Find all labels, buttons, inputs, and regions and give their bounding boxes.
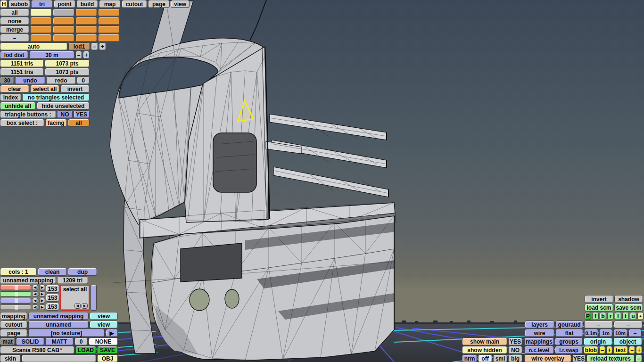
blob-plus-button[interactable]: +: [606, 346, 612, 354]
cols-button[interactable]: cols : 1: [0, 268, 37, 276]
proj-dot-button[interactable]: ●: [637, 312, 644, 320]
object-button[interactable]: object: [613, 337, 642, 346]
channel-left-arrow[interactable]: ◀: [32, 285, 38, 290]
triangle-buttons-yes[interactable]: YES: [74, 110, 90, 118]
subobj-cell[interactable]: [75, 8, 97, 16]
lod-level-button[interactable]: lod1: [68, 42, 90, 50]
channel-right-arrow[interactable]: ▶: [39, 291, 45, 297]
nrm-sml-button[interactable]: sml: [493, 354, 507, 362]
subobj-cell[interactable]: [75, 17, 97, 25]
subobj-none-button[interactable]: none: [0, 17, 29, 25]
subobj-dash-button[interactable]: –: [0, 34, 29, 42]
subobj-cell[interactable]: [53, 17, 74, 25]
invert-normals-button[interactable]: invert: [585, 295, 613, 303]
proj-b-button[interactable]: b: [600, 312, 606, 320]
text-plus-button[interactable]: +: [636, 346, 642, 354]
grid-01m-button[interactable]: 0.1m: [584, 329, 598, 337]
shadow-button[interactable]: shadow: [614, 295, 643, 303]
proj-r-button[interactable]: r: [607, 312, 614, 320]
subobj-cell[interactable]: [98, 8, 120, 16]
select-box-right-arrow[interactable]: ▶: [82, 303, 88, 309]
channel-left-arrow[interactable]: ◀: [32, 304, 38, 310]
mapping-name[interactable]: unnamed mapping: [0, 276, 56, 284]
subobj-cell[interactable]: [30, 17, 52, 25]
subobj-merge-button[interactable]: merge: [0, 25, 29, 33]
wire-overlay-toggle[interactable]: YES: [572, 354, 586, 362]
mat-shading-button[interactable]: MATT: [45, 337, 74, 346]
show-main-toggle[interactable]: YES: [508, 337, 522, 346]
mapping-scroll-strip[interactable]: [91, 285, 97, 311]
channel-value[interactable]: 153: [46, 303, 59, 311]
redo-button[interactable]: redo: [46, 76, 76, 84]
proj-t-button[interactable]: t: [622, 312, 629, 320]
gouraud-button[interactable]: gouraud: [555, 321, 583, 329]
text-minus-button[interactable]: –: [629, 346, 635, 354]
nc-level-button[interactable]: n.c.level: [524, 346, 554, 354]
show-hidden-button[interactable]: show hidden: [462, 346, 507, 354]
select-box-left-arrow[interactable]: ◀: [74, 303, 81, 309]
show-hidden-toggle[interactable]: NO: [508, 346, 522, 354]
nrm-off-button[interactable]: off: [478, 354, 492, 362]
nrm-button[interactable]: nrm: [462, 354, 477, 362]
grid-dash-button[interactable]: –: [628, 329, 642, 337]
channel-slider[interactable]: [0, 285, 31, 290]
channel-right-arrow[interactable]: ▶: [39, 285, 45, 290]
origin-button[interactable]: origin: [584, 337, 612, 346]
skin-button[interactable]: skin: [0, 354, 21, 362]
reload-dash-button[interactable]: –: [636, 354, 642, 362]
lod-minus-button[interactable]: –: [91, 42, 98, 50]
wire-overlay-button[interactable]: wire overlay: [524, 354, 571, 362]
mappings-button[interactable]: mappings: [524, 337, 554, 346]
flat-button[interactable]: flat: [555, 329, 583, 337]
toolbar-h-button[interactable]: H: [0, 0, 8, 8]
wire-button[interactable]: wire: [525, 329, 554, 337]
dup-button[interactable]: dup: [68, 268, 97, 276]
subobj-cell[interactable]: [30, 25, 52, 33]
page-next-button[interactable]: ▶: [106, 329, 118, 337]
mapping-value[interactable]: unnamed mapping: [28, 312, 89, 320]
load-scm-button[interactable]: load scm: [585, 304, 613, 312]
subobj-cell[interactable]: [53, 25, 74, 33]
channel-left-arrow[interactable]: ◀: [32, 291, 38, 297]
box-select-facing[interactable]: facing: [45, 119, 67, 127]
save-scm-button[interactable]: save scm: [614, 304, 643, 312]
index-button[interactable]: index: [0, 93, 21, 101]
lod-dist-value[interactable]: 30 m: [29, 51, 74, 59]
mat-label[interactable]: mat: [0, 337, 15, 346]
save-button[interactable]: SAVE: [97, 346, 118, 354]
mat-type-button[interactable]: SOLID: [16, 337, 44, 346]
show-main-button[interactable]: show main: [462, 337, 507, 346]
select-all-button[interactable]: select all: [30, 85, 59, 93]
text-button[interactable]: text: [613, 346, 628, 354]
model-name[interactable]: Scania R580 CAB*: [0, 346, 74, 354]
page-label[interactable]: page: [0, 329, 27, 337]
clear-button[interactable]: clear: [0, 85, 29, 93]
subobj-cell[interactable]: [98, 17, 120, 25]
layers-dash-1[interactable]: –: [584, 321, 613, 329]
channel-slider[interactable]: [0, 298, 31, 304]
subobj-cell[interactable]: [75, 25, 97, 33]
hide-unselected-button[interactable]: hide unselected: [37, 102, 90, 110]
subobj-cell[interactable]: [98, 34, 120, 42]
lod-dist-plus-button[interactable]: +: [83, 51, 90, 59]
lod-dist-minus-button[interactable]: –: [75, 51, 82, 59]
grid-10m-button[interactable]: 10m: [613, 329, 627, 337]
toolbar-cutout-button[interactable]: cutout: [122, 0, 147, 8]
channel-value[interactable]: 153: [46, 285, 59, 293]
unhide-all-button[interactable]: unhide all: [0, 102, 36, 110]
box-select-all[interactable]: all: [68, 119, 90, 127]
toolbar-tri-button[interactable]: tri: [31, 0, 53, 8]
proj-u-button[interactable]: u: [630, 312, 636, 320]
subobj-cell[interactable]: [75, 34, 97, 42]
channel-right-arrow[interactable]: ▶: [39, 298, 45, 304]
mat-texture[interactable]: NONE: [89, 337, 118, 346]
cutout-label[interactable]: cutout: [0, 321, 27, 329]
subobj-cell[interactable]: [98, 25, 120, 33]
subobj-cell[interactable]: [53, 34, 74, 42]
load-button[interactable]: LOAD: [75, 346, 96, 354]
page-value[interactable]: [no texture]: [28, 329, 105, 337]
cutout-view-button[interactable]: view: [90, 321, 118, 329]
toolbar-page-button[interactable]: page: [148, 0, 170, 8]
toolbar-build-button[interactable]: build: [76, 0, 98, 8]
blob-minus-button[interactable]: –: [599, 346, 605, 354]
